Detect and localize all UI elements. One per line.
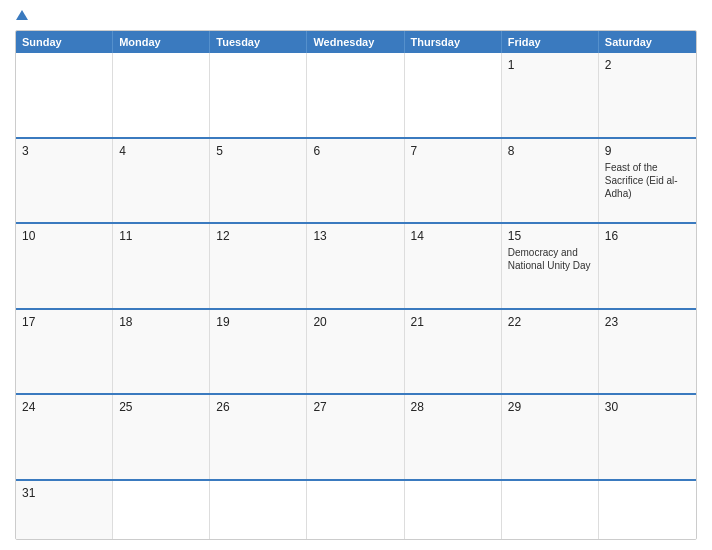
day-number: 16 xyxy=(605,229,690,243)
calendar-week-2: 3456789Feast of the Sacrifice (Eid al-Ad… xyxy=(16,137,696,223)
day-number: 9 xyxy=(605,144,690,158)
day-number: 6 xyxy=(313,144,397,158)
day-number: 25 xyxy=(119,400,203,414)
day-number: 11 xyxy=(119,229,203,243)
calendar-week-4: 17181920212223 xyxy=(16,308,696,394)
cal-cell-w1-d3 xyxy=(210,53,307,137)
cal-cell-w5-d5: 28 xyxy=(405,395,502,479)
cal-cell-w6-d7 xyxy=(599,481,696,539)
cal-cell-w2-d4: 6 xyxy=(307,139,404,223)
cal-cell-w1-d2 xyxy=(113,53,210,137)
calendar: SundayMondayTuesdayWednesdayThursdayFrid… xyxy=(15,30,697,540)
cal-cell-w1-d6: 1 xyxy=(502,53,599,137)
day-number: 24 xyxy=(22,400,106,414)
cal-cell-w5-d3: 26 xyxy=(210,395,307,479)
day-number: 21 xyxy=(411,315,495,329)
calendar-week-1: 12 xyxy=(16,53,696,137)
day-number: 7 xyxy=(411,144,495,158)
day-number: 18 xyxy=(119,315,203,329)
day-number: 17 xyxy=(22,315,106,329)
weekday-header-sunday: Sunday xyxy=(16,31,113,53)
logo-triangle-icon xyxy=(16,10,28,20)
cal-cell-w6-d5 xyxy=(405,481,502,539)
day-number: 4 xyxy=(119,144,203,158)
day-number: 31 xyxy=(22,486,106,500)
cal-cell-w4-d7: 23 xyxy=(599,310,696,394)
day-number: 30 xyxy=(605,400,690,414)
calendar-weekday-header: SundayMondayTuesdayWednesdayThursdayFrid… xyxy=(16,31,696,53)
calendar-week-6: 31 xyxy=(16,479,696,539)
day-number: 5 xyxy=(216,144,300,158)
day-number: 15 xyxy=(508,229,592,243)
calendar-week-3: 101112131415Democracy and National Unity… xyxy=(16,222,696,308)
cal-cell-w6-d3 xyxy=(210,481,307,539)
cal-cell-w5-d6: 29 xyxy=(502,395,599,479)
cal-cell-w5-d1: 24 xyxy=(16,395,113,479)
weekday-header-tuesday: Tuesday xyxy=(210,31,307,53)
day-number: 26 xyxy=(216,400,300,414)
cal-cell-w4-d1: 17 xyxy=(16,310,113,394)
cal-cell-w5-d7: 30 xyxy=(599,395,696,479)
cal-cell-w3-d6: 15Democracy and National Unity Day xyxy=(502,224,599,308)
logo xyxy=(15,10,28,22)
cal-cell-w3-d7: 16 xyxy=(599,224,696,308)
weekday-header-wednesday: Wednesday xyxy=(307,31,404,53)
event-label: Democracy and National Unity Day xyxy=(508,246,592,272)
cal-cell-w4-d2: 18 xyxy=(113,310,210,394)
cal-cell-w3-d2: 11 xyxy=(113,224,210,308)
day-number: 29 xyxy=(508,400,592,414)
cal-cell-w4-d3: 19 xyxy=(210,310,307,394)
day-number: 22 xyxy=(508,315,592,329)
cal-cell-w3-d4: 13 xyxy=(307,224,404,308)
day-number: 1 xyxy=(508,58,592,72)
cal-cell-w4-d5: 21 xyxy=(405,310,502,394)
cal-cell-w6-d1: 31 xyxy=(16,481,113,539)
cal-cell-w2-d1: 3 xyxy=(16,139,113,223)
day-number: 10 xyxy=(22,229,106,243)
cal-cell-w3-d3: 12 xyxy=(210,224,307,308)
weekday-header-friday: Friday xyxy=(502,31,599,53)
calendar-body: 123456789Feast of the Sacrifice (Eid al-… xyxy=(16,53,696,539)
day-number: 23 xyxy=(605,315,690,329)
day-number: 12 xyxy=(216,229,300,243)
cal-cell-w1-d5 xyxy=(405,53,502,137)
cal-cell-w6-d2 xyxy=(113,481,210,539)
event-label: Feast of the Sacrifice (Eid al-Adha) xyxy=(605,161,690,200)
cal-cell-w1-d1 xyxy=(16,53,113,137)
weekday-header-thursday: Thursday xyxy=(405,31,502,53)
cal-cell-w5-d2: 25 xyxy=(113,395,210,479)
cal-cell-w1-d7: 2 xyxy=(599,53,696,137)
day-number: 20 xyxy=(313,315,397,329)
cal-cell-w6-d4 xyxy=(307,481,404,539)
cal-cell-w3-d5: 14 xyxy=(405,224,502,308)
calendar-week-5: 24252627282930 xyxy=(16,393,696,479)
day-number: 14 xyxy=(411,229,495,243)
cal-cell-w3-d1: 10 xyxy=(16,224,113,308)
cal-cell-w1-d4 xyxy=(307,53,404,137)
calendar-header xyxy=(15,10,697,22)
day-number: 27 xyxy=(313,400,397,414)
cal-cell-w5-d4: 27 xyxy=(307,395,404,479)
day-number: 19 xyxy=(216,315,300,329)
weekday-header-saturday: Saturday xyxy=(599,31,696,53)
cal-cell-w2-d5: 7 xyxy=(405,139,502,223)
weekday-header-monday: Monday xyxy=(113,31,210,53)
cal-cell-w2-d2: 4 xyxy=(113,139,210,223)
day-number: 13 xyxy=(313,229,397,243)
day-number: 8 xyxy=(508,144,592,158)
page: SundayMondayTuesdayWednesdayThursdayFrid… xyxy=(0,0,712,550)
day-number: 3 xyxy=(22,144,106,158)
cal-cell-w2-d6: 8 xyxy=(502,139,599,223)
cal-cell-w2-d7: 9Feast of the Sacrifice (Eid al-Adha) xyxy=(599,139,696,223)
cal-cell-w6-d6 xyxy=(502,481,599,539)
cal-cell-w4-d4: 20 xyxy=(307,310,404,394)
cal-cell-w4-d6: 22 xyxy=(502,310,599,394)
day-number: 28 xyxy=(411,400,495,414)
cal-cell-w2-d3: 5 xyxy=(210,139,307,223)
day-number: 2 xyxy=(605,58,690,72)
